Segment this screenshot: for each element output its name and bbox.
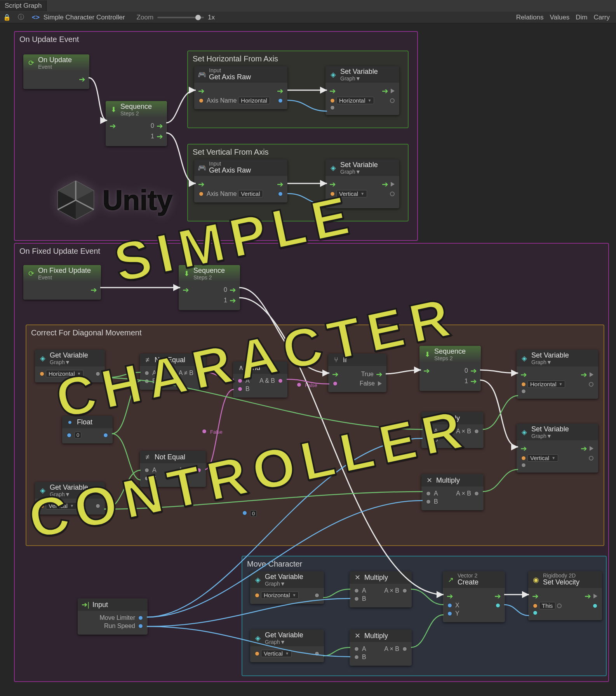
- node-multiply-2[interactable]: ✕Multiply AA × B B: [421, 474, 484, 510]
- node-get-axis-v[interactable]: 🎮 Input Get Axis Raw ➔➔ Axis NameVertica…: [194, 159, 287, 202]
- node-title: Get Variable: [265, 573, 303, 581]
- btn-carry[interactable]: Carry: [593, 14, 610, 21]
- steps-value[interactable]: 2: [209, 274, 212, 281]
- rigidbody-icon: ◉: [531, 575, 541, 584]
- node-get-var-v[interactable]: ◈ Get Variable Graph▼ Vertical▼: [35, 482, 105, 515]
- node-set-var-h[interactable]: ◈ Set Variable Graph▼ ➔➔ Horizontal▼: [325, 66, 399, 115]
- breadcrumb-text[interactable]: Simple Character Controller: [44, 14, 125, 21]
- node-get-axis-h[interactable]: 🎮 Input Get Axis Raw ➔➔ Axis NameHorizon…: [194, 66, 287, 109]
- unity-cube-icon: [54, 179, 97, 222]
- port-a: A: [362, 645, 366, 652]
- float-value[interactable]: 0: [75, 432, 81, 438]
- scope-dropdown[interactable]: Graph▼: [340, 169, 361, 175]
- graph-canvas[interactable]: On Update Event Set Horizontal From Axis…: [0, 23, 616, 696]
- scope-dropdown[interactable]: Graph▼: [265, 581, 285, 587]
- node-sequence-2[interactable]: ⬇ Sequence Steps 2 ➔0➔ 1➔: [179, 265, 240, 310]
- tab-script-graph[interactable]: Script Graph: [0, 0, 47, 11]
- variable-icon: ◈: [253, 575, 263, 584]
- node-title: And: [248, 364, 260, 372]
- btn-dim[interactable]: Dim: [576, 14, 587, 21]
- var-dropdown[interactable]: Horizontal▼: [336, 97, 374, 104]
- variable-icon: ◈: [329, 70, 338, 79]
- btn-relations[interactable]: Relations: [516, 14, 544, 21]
- node-get-var-v3[interactable]: ◈ Get Variable Graph▼ Vertical▼: [250, 630, 324, 662]
- node-title: Get Variable: [50, 483, 88, 492]
- var-dropdown[interactable]: Vertical▼: [527, 454, 558, 462]
- node-vec2-create[interactable]: ↗ Vector 2 Create ➔➔ X Y: [443, 571, 505, 622]
- port-b: B: [362, 654, 366, 661]
- node-not-equal-b[interactable]: ≠Not Equal AA ≠ B B: [140, 451, 206, 487]
- reroute-zero: 0: [241, 509, 258, 517]
- node-title: On Update: [38, 56, 72, 64]
- scope-dropdown[interactable]: Graph▼: [265, 639, 285, 645]
- sequence-icon: ⬇: [423, 350, 432, 359]
- node-get-var-h[interactable]: ◈ Get Variable Graph▼ Horizontal▼: [35, 350, 105, 382]
- steps-value[interactable]: 2: [136, 110, 139, 117]
- zoom-knob[interactable]: [195, 15, 201, 20]
- var-dropdown[interactable]: Horizontal▼: [46, 370, 84, 377]
- node-title: Float: [77, 418, 92, 426]
- scope-dropdown[interactable]: Graph▼: [531, 433, 552, 439]
- scope-dropdown[interactable]: Graph▼: [50, 359, 70, 365]
- port-0: 0: [151, 122, 154, 129]
- scope-dropdown[interactable]: Graph▼: [340, 75, 361, 82]
- viewport: Script Graph 🔒 ⓘ <> Simple Character Con…: [0, 0, 616, 696]
- node-rb-set-velocity[interactable]: ◉ Rigidbody 2D Set Velocity ➔➔ This: [528, 571, 602, 620]
- scope-dropdown[interactable]: Graph▼: [531, 359, 552, 365]
- zoom-slider[interactable]: [157, 17, 204, 18]
- node-sub: Vector 2: [458, 573, 479, 578]
- node-multiply-4[interactable]: ✕Multiply AA × B B: [350, 630, 412, 666]
- info-icon[interactable]: ⓘ: [16, 13, 26, 22]
- port-out: A × B: [384, 645, 399, 652]
- node-set-var-v[interactable]: ◈ Set Variable Graph▼ ➔➔ Vertical▼: [325, 159, 399, 208]
- var-dropdown[interactable]: Vertical▼: [261, 650, 292, 657]
- node-title: Get Variable: [50, 351, 88, 359]
- port-y: Y: [455, 610, 459, 617]
- event-icon: ⟳: [26, 58, 36, 68]
- node-if[interactable]: ⑂If ➔True➔ False: [328, 354, 386, 392]
- node-title: Multiply: [436, 476, 460, 485]
- var-dropdown[interactable]: Vertical▼: [46, 502, 77, 509]
- node-title: Set Variable: [340, 68, 378, 76]
- var-dropdown[interactable]: Horizontal▼: [527, 380, 565, 388]
- group-title: Set Horizontal From Axis: [193, 54, 278, 63]
- steps-value[interactable]: 2: [450, 355, 453, 361]
- port-run-speed: Run Speed: [104, 623, 135, 630]
- node-get-var-h3[interactable]: ◈ Get Variable Graph▼ Horizontal▼: [250, 571, 324, 604]
- var-dropdown[interactable]: Vertical▼: [336, 190, 367, 197]
- node-on-update[interactable]: ⟳ On Update Event ➔: [23, 54, 89, 89]
- node-set-var-h2[interactable]: ◈ Set Variable Graph▼ ➔➔ Horizontal▼: [517, 350, 598, 399]
- target-field[interactable]: This: [539, 602, 555, 609]
- node-multiply-1[interactable]: ✕Multiply AA × B B: [421, 412, 484, 448]
- node-float-literal[interactable]: ● Float 0: [62, 416, 113, 443]
- axis-name-field[interactable]: Horizontal: [238, 97, 270, 104]
- node-title: Input: [92, 601, 108, 609]
- axis-name-field[interactable]: Vertical: [238, 190, 263, 197]
- node-input[interactable]: ➔|Input Move Limiter Run Speed: [78, 598, 148, 635]
- port-true: True: [361, 371, 374, 378]
- node-sequence-3[interactable]: ⬇ Sequence Steps 2 ➔0➔ 1➔: [419, 346, 481, 391]
- port-0: 0: [465, 367, 468, 374]
- scope-dropdown[interactable]: Graph▼: [50, 491, 70, 497]
- graph-icon[interactable]: <>: [32, 14, 40, 21]
- multiply-icon: ✕: [425, 476, 434, 485]
- var-dropdown[interactable]: Horizontal▼: [261, 591, 299, 599]
- node-set-var-v2[interactable]: ◈ Set Variable Graph▼ ➔➔ Vertical▼: [517, 424, 598, 473]
- reroute-false2: False: [200, 427, 223, 436]
- node-multiply-3[interactable]: ✕Multiply AA × B B: [350, 571, 412, 607]
- btn-values[interactable]: Values: [550, 14, 570, 21]
- group-title: Correct For Diagonal Movement: [31, 328, 142, 337]
- and-icon: ∧: [236, 363, 245, 372]
- port-1: 1: [151, 133, 154, 140]
- node-on-fixed-update[interactable]: ⟳ On Fixed Update Event ➔: [23, 265, 101, 300]
- port-out: A ≠ B: [179, 370, 193, 377]
- lock-icon[interactable]: 🔒: [2, 13, 12, 22]
- node-title: Sequence: [193, 267, 225, 275]
- port-out: A ≠ B: [179, 467, 193, 474]
- node-and[interactable]: ∧And AA & B B: [233, 361, 287, 398]
- node-sequence-1[interactable]: ⬇ Sequence Steps 2 ➔0➔ 1➔: [106, 101, 167, 146]
- port-out: A × B: [456, 428, 471, 435]
- node-not-equal-a[interactable]: ≠Not Equal AA ≠ B B: [140, 354, 206, 390]
- port-a: A: [434, 428, 438, 435]
- port-b: B: [362, 595, 366, 602]
